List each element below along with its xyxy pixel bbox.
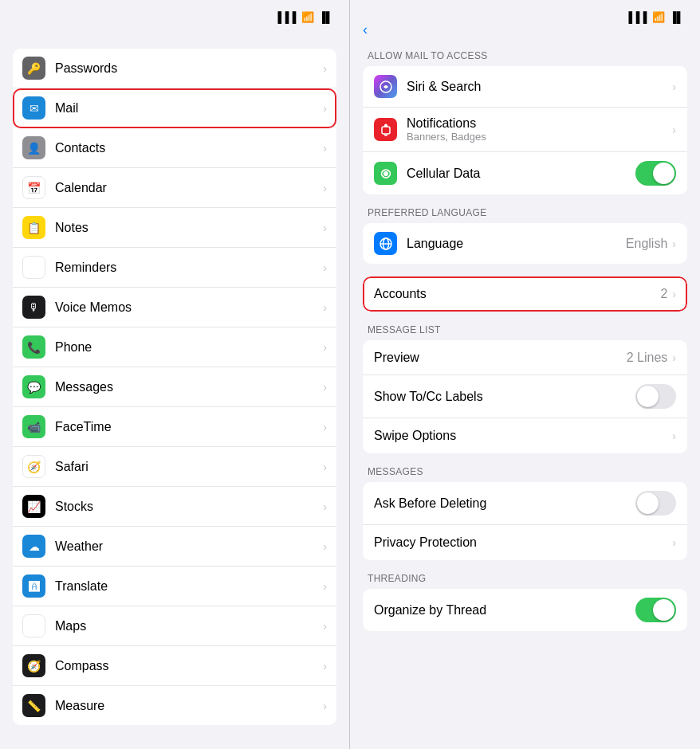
mail-icon: ✉ bbox=[22, 96, 45, 120]
sidebar-item-reminders[interactable]: ☑Reminders› bbox=[13, 248, 336, 288]
section-header-allow-mail: ALLOW MAIL TO ACCESS bbox=[363, 37, 687, 66]
wifi-icon: 📶 bbox=[301, 11, 314, 23]
sidebar-item-phone[interactable]: 📞Phone› bbox=[13, 327, 336, 367]
sidebar-item-voicememos[interactable]: 🎙Voice Memos› bbox=[13, 288, 336, 327]
sidebar-item-measure[interactable]: 📏Measure› bbox=[13, 686, 336, 725]
section-header-threading: THREADING bbox=[363, 560, 687, 589]
right-status-bar: ▐▐▐ 📶 ▐▌ bbox=[350, 0, 700, 29]
weather-label: Weather bbox=[55, 539, 323, 554]
left-status-bar: ▐▐▐ 📶 ▐▌ bbox=[0, 0, 349, 29]
setting-item-privacy-protection[interactable]: Privacy Protection› bbox=[363, 525, 687, 560]
measure-icon: 📏 bbox=[22, 694, 45, 717]
language-value: English bbox=[626, 237, 667, 251]
messages-label: Messages bbox=[55, 380, 323, 394]
language-text: Language bbox=[407, 237, 626, 251]
right-panel: ▐▐▐ 📶 ▐▌ ‹ ALLOW MAIL TO ACCESSSiri & Se… bbox=[350, 0, 700, 749]
right-battery-icon: ▐▌ bbox=[670, 11, 684, 23]
reminders-label: Reminders bbox=[55, 261, 323, 275]
notes-chevron-icon: › bbox=[323, 222, 327, 234]
show-tocc-toggle-thumb bbox=[637, 386, 659, 407]
show-tocc-label: Show To/Cc Labels bbox=[374, 390, 635, 404]
accounts-label: Accounts bbox=[374, 287, 660, 301]
privacy-protection-label: Privacy Protection bbox=[374, 535, 672, 550]
maps-icon: 🗺 bbox=[22, 614, 45, 637]
safari-icon: 🧭 bbox=[22, 455, 45, 478]
sidebar-item-safari[interactable]: 🧭Safari› bbox=[13, 447, 336, 487]
notes-label: Notes bbox=[55, 221, 323, 235]
show-tocc-toggle[interactable] bbox=[635, 384, 676, 409]
left-panel: ▐▐▐ 📶 ▐▌ 🔑Passwords›✉Mail›👤Contacts›📅Cal… bbox=[0, 0, 350, 749]
stocks-icon: 📈 bbox=[22, 495, 45, 518]
stocks-chevron-icon: › bbox=[323, 500, 327, 513]
section-list-allow-mail: Siri & Search›NotificationsBanners, Badg… bbox=[363, 66, 687, 194]
facetime-chevron-icon: › bbox=[323, 421, 327, 433]
privacy-protection-text: Privacy Protection bbox=[374, 535, 672, 550]
setting-item-notifications[interactable]: NotificationsBanners, Badges› bbox=[363, 108, 687, 152]
setting-item-ask-before-deleting[interactable]: Ask Before Deleting bbox=[363, 482, 687, 525]
right-signal-icon: ▐▐▐ bbox=[625, 11, 647, 23]
setting-item-language[interactable]: LanguageEnglish› bbox=[363, 223, 687, 264]
section-list-message-list: Preview2 Lines›Show To/Cc LabelsSwipe Op… bbox=[363, 340, 687, 453]
setting-item-siri-search[interactable]: Siri & Search› bbox=[363, 66, 687, 108]
preview-label: Preview bbox=[374, 351, 627, 365]
setting-item-preview[interactable]: Preview2 Lines› bbox=[363, 340, 687, 375]
swipe-options-label: Swipe Options bbox=[374, 429, 672, 443]
sidebar-item-stocks[interactable]: 📈Stocks› bbox=[13, 487, 336, 527]
ask-before-deleting-toggle[interactable] bbox=[635, 491, 676, 516]
cellular-data-icon bbox=[374, 162, 397, 185]
sidebar-item-mail[interactable]: ✉Mail› bbox=[13, 88, 336, 128]
sidebar-item-maps[interactable]: 🗺Maps› bbox=[13, 606, 336, 646]
calendar-label: Calendar bbox=[55, 181, 323, 195]
sidebar-item-compass[interactable]: 🧭Compass› bbox=[13, 646, 336, 686]
setting-item-accounts[interactable]: Accounts2› bbox=[363, 276, 687, 312]
back-button[interactable]: ‹ bbox=[363, 22, 370, 38]
preview-value: 2 Lines bbox=[627, 351, 668, 365]
notifications-label: Notifications bbox=[407, 116, 672, 131]
maps-label: Maps bbox=[55, 619, 323, 633]
cellular-data-toggle-thumb bbox=[653, 163, 674, 184]
battery-icon: ▐▌ bbox=[319, 11, 333, 23]
setting-item-organize-by-thread[interactable]: Organize by Thread bbox=[363, 589, 687, 631]
cellular-data-toggle[interactable] bbox=[635, 161, 676, 186]
setting-item-show-tocc[interactable]: Show To/Cc Labels bbox=[363, 375, 687, 418]
privacy-protection-chevron-icon: › bbox=[672, 536, 676, 549]
messages-icon: 💬 bbox=[22, 375, 45, 398]
ask-before-deleting-label: Ask Before Deleting bbox=[374, 496, 635, 511]
svg-point-3 bbox=[383, 171, 388, 176]
translate-icon: 🅰 bbox=[22, 574, 45, 598]
organize-by-thread-toggle[interactable] bbox=[635, 598, 676, 622]
sidebar-item-messages[interactable]: 💬Messages› bbox=[13, 367, 336, 407]
safari-chevron-icon: › bbox=[323, 461, 327, 473]
sidebar-item-weather[interactable]: ☁Weather› bbox=[13, 527, 336, 567]
messages-chevron-icon: › bbox=[323, 381, 327, 394]
phone-label: Phone bbox=[55, 340, 323, 355]
sidebar-item-translate[interactable]: 🅰Translate› bbox=[13, 567, 336, 606]
swipe-options-chevron-icon: › bbox=[672, 429, 676, 442]
siri-search-icon bbox=[374, 75, 397, 98]
left-title bbox=[0, 29, 349, 45]
safari-label: Safari bbox=[55, 460, 323, 474]
show-tocc-text: Show To/Cc Labels bbox=[374, 390, 635, 404]
section-header-preferred-language: PREFERRED LANGUAGE bbox=[363, 194, 687, 223]
sidebar-item-notes[interactable]: 📋Notes› bbox=[13, 208, 336, 248]
setting-item-swipe-options[interactable]: Swipe Options› bbox=[363, 418, 687, 453]
accounts-chevron-icon: › bbox=[672, 288, 676, 300]
ask-before-deleting-text: Ask Before Deleting bbox=[374, 496, 635, 511]
translate-label: Translate bbox=[55, 579, 323, 594]
accounts-text: Accounts bbox=[374, 287, 660, 301]
sidebar-item-calendar[interactable]: 📅Calendar› bbox=[13, 168, 336, 208]
notifications-chevron-icon: › bbox=[672, 124, 676, 136]
right-wifi-icon: 📶 bbox=[652, 11, 665, 23]
sidebar-item-contacts[interactable]: 👤Contacts› bbox=[13, 128, 336, 168]
organize-by-thread-label: Organize by Thread bbox=[374, 603, 635, 618]
notifications-icon bbox=[374, 118, 397, 141]
contacts-label: Contacts bbox=[55, 141, 323, 155]
passwords-icon: 🔑 bbox=[22, 57, 45, 80]
sidebar-item-facetime[interactable]: 📹FaceTime› bbox=[13, 407, 336, 447]
section-header-message-list: MESSAGE LIST bbox=[363, 312, 687, 340]
compass-chevron-icon: › bbox=[323, 660, 327, 673]
siri-search-chevron-icon: › bbox=[672, 80, 676, 93]
sidebar-item-passwords[interactable]: 🔑Passwords› bbox=[13, 49, 336, 88]
organize-by-thread-text: Organize by Thread bbox=[374, 603, 635, 618]
setting-item-cellular-data[interactable]: Cellular Data bbox=[363, 152, 687, 194]
